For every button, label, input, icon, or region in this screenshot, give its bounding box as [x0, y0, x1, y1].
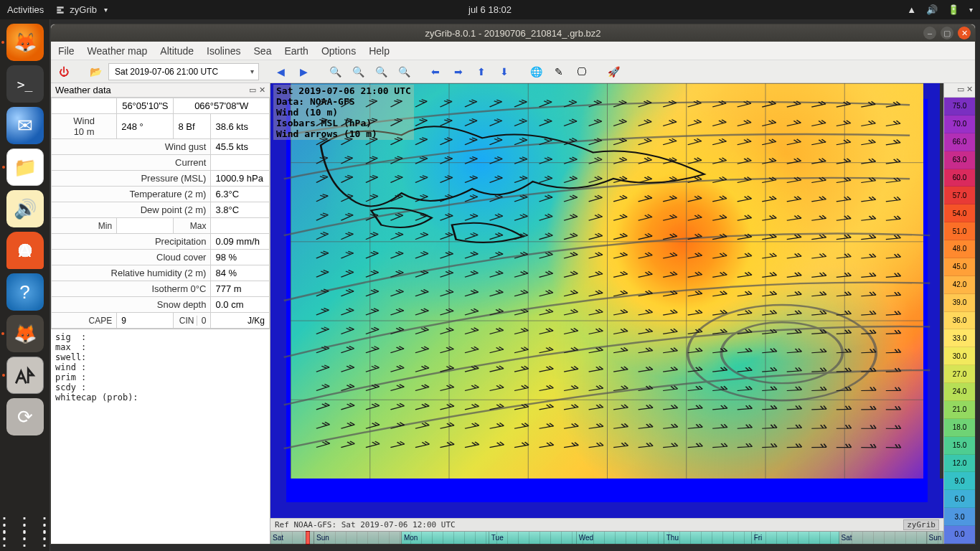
battery-icon[interactable]: 🔋 — [948, 4, 959, 15]
scale-undock-icon[interactable]: ▭ — [957, 85, 964, 95]
scale-swatch: 66.0 — [944, 133, 975, 151]
clock[interactable]: jul 6 18:02 — [468, 4, 512, 15]
quit-button[interactable]: ⏻ — [54, 62, 74, 81]
appmenu-button[interactable]: zyGrib — [55, 4, 108, 15]
current-value — [211, 155, 270, 171]
activities-button[interactable]: Activities — [7, 4, 44, 15]
scale-swatch: 63.0 — [944, 151, 975, 169]
dock-help-icon[interactable]: ? — [6, 273, 44, 311]
window-title: zyGrib-8.0.1 - 20190706_210814_.grb.bz2 — [425, 28, 600, 39]
longitude-value: 066°57'08"W — [174, 98, 270, 114]
snow-label: Snow depth — [52, 297, 211, 313]
color-scale-panel: ▭✕ 75.070.066.063.060.057.054.051.048.04… — [943, 83, 975, 544]
select-area-button[interactable]: ✎ — [549, 62, 569, 81]
meteotable-button[interactable]: 🖵 — [572, 62, 592, 81]
min-value — [117, 218, 174, 234]
scale-close-icon[interactable]: ✕ — [966, 85, 973, 95]
cloud-value: 98 % — [211, 250, 270, 265]
scale-swatch: 75.0 — [944, 98, 975, 116]
scale-swatch: 30.0 — [944, 347, 975, 365]
dock-thunderbird-icon[interactable]: ✉ — [6, 107, 44, 144]
scale-swatch: 21.0 — [944, 401, 975, 419]
menu-weather-map[interactable]: Weather map — [88, 45, 148, 57]
zoom-in-button[interactable]: 🔍 — [325, 62, 345, 81]
nav-left-button[interactable]: ⬅ — [425, 62, 446, 81]
maximize-button[interactable]: ▢ — [941, 27, 953, 39]
dock-software-icon[interactable]: A — [6, 232, 44, 269]
scale-swatch: 9.0 — [944, 472, 975, 490]
panel-title-label: Weather data — [55, 85, 111, 95]
menu-isolines[interactable]: Isolines — [207, 45, 240, 57]
scale-swatch: 51.0 — [944, 222, 975, 240]
close-button[interactable]: ✕ — [958, 27, 971, 39]
timeline-day[interactable]: Sat — [270, 532, 314, 544]
nav-down-button[interactable]: ⬇ — [494, 62, 514, 81]
dewpoint-value: 3.8°C — [211, 202, 270, 218]
dock-terminal-icon[interactable]: >_ — [6, 65, 44, 103]
min-label: Min — [52, 218, 117, 234]
open-file-button[interactable]: 📂 — [85, 62, 105, 81]
latitude-value: 56°05'10"S — [117, 98, 174, 114]
appmenu-label: zyGrib — [70, 4, 97, 15]
undock-icon[interactable]: ▭ — [249, 85, 256, 95]
status-ref: Ref NOAA-GFS: Sat 2019-07-06 12:00 UTC — [275, 520, 456, 529]
temp-label: Temperature (2 m) — [52, 187, 211, 202]
dock-gimp-icon[interactable]: 🦊 — [6, 315, 44, 352]
dock-files-icon[interactable]: 📁 — [6, 149, 44, 186]
volume-icon[interactable]: 🔊 — [926, 4, 938, 15]
titlebar[interactable]: zyGrib-8.0.1 - 20190706_210814_.grb.bz2 … — [51, 24, 975, 42]
nav-up-button[interactable]: ⬆ — [471, 62, 491, 81]
timeline-day[interactable]: Thu — [664, 532, 752, 544]
cloud-label: Cloud cover — [52, 250, 211, 265]
max-label: Max — [174, 218, 211, 234]
forecast-timeline[interactable]: SatSunMonTueWedThuFriSatSun — [270, 531, 943, 544]
timeline-day[interactable]: Sun — [927, 532, 943, 544]
minimize-button[interactable]: – — [923, 27, 936, 39]
timeline-day[interactable]: Sun — [314, 532, 402, 544]
wifi-icon[interactable]: ▲ — [907, 4, 916, 15]
zoom-original-button[interactable]: 🔍 — [371, 62, 391, 81]
timeline-day[interactable]: Mon — [402, 532, 489, 544]
zoom-out-button[interactable]: 🔍 — [348, 62, 368, 81]
dock-updates-icon[interactable]: ⟳ — [6, 398, 44, 435]
weather-data-panel: Weather data ▭✕ 56°05'10"S 066°57'08"W W… — [51, 83, 270, 544]
zoom-fit-button[interactable]: 🔍 — [394, 62, 414, 81]
timeline-day[interactable]: Wed — [577, 532, 664, 544]
system-chevron-icon[interactable]: ▾ — [969, 6, 973, 14]
menu-file[interactable]: File — [58, 45, 75, 57]
dock-rhythmbox-icon[interactable]: 🔊 — [6, 190, 44, 227]
wind-speed: 38.6 kts — [211, 114, 270, 139]
timeline-day[interactable]: Tue — [489, 532, 577, 544]
dock-zygrib-icon[interactable] — [6, 357, 44, 394]
scale-swatch: 60.0 — [944, 169, 975, 187]
dock: 🦊 >_ ✉ 📁 🔊 A ? 🦊 ⟳ ⋮⋮⋮⋮⋮⋮⋮⋮⋮ — [0, 19, 50, 551]
color-scale: 75.070.066.063.060.057.054.051.048.045.0… — [944, 98, 975, 544]
menu-options[interactable]: Options — [321, 45, 356, 57]
scale-swatch: 6.0 — [944, 490, 975, 508]
menu-help[interactable]: Help — [369, 45, 390, 57]
animation-button[interactable]: 🚀 — [603, 62, 623, 81]
menu-sea[interactable]: Sea — [254, 45, 272, 57]
relhum-value: 84 % — [211, 265, 270, 281]
nav-right-button[interactable]: ➡ — [448, 62, 468, 81]
timeline-day[interactable]: Sat — [839, 532, 927, 544]
show-applications-icon[interactable]: ⋮⋮⋮⋮⋮⋮⋮⋮⋮ — [0, 521, 55, 542]
download-grib-button[interactable]: 🌐 — [526, 62, 546, 81]
snow-value: 0.0 cm — [211, 297, 270, 313]
forecast-date-selector[interactable]: Sat 2019-07-06 21:00 UTC — [108, 63, 259, 80]
max-value — [211, 218, 270, 234]
scale-swatch: 3.0 — [944, 508, 975, 526]
next-time-button[interactable]: ▶ — [293, 62, 314, 81]
menu-altitude[interactable]: Altitude — [160, 45, 194, 57]
timeline-day[interactable]: Fri — [752, 532, 839, 544]
prev-time-button[interactable]: ◀ — [270, 62, 291, 81]
wind-beaufort: 8 Bf — [174, 114, 211, 139]
pressure-value: 1000.9 hPa — [211, 171, 270, 187]
scale-swatch: 15.0 — [944, 437, 975, 455]
dock-firefox-icon[interactable]: 🦊 — [6, 24, 44, 61]
status-brand: zyGrib — [903, 519, 939, 530]
panel-close-icon[interactable]: ✕ — [259, 85, 265, 95]
menu-earth[interactable]: Earth — [284, 45, 308, 57]
scale-swatch: 45.0 — [944, 258, 975, 276]
map-canvas[interactable]: Sat 2019-07-06 21:00 UTC Data: NOAA-GFS … — [270, 83, 943, 518]
